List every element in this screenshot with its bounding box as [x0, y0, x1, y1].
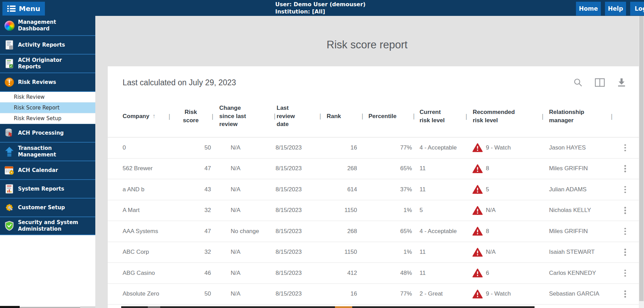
- column-header-company[interactable]: Company↑: [108, 112, 169, 121]
- cell-rank: 268: [320, 165, 362, 172]
- sidebar-subitem-risk-review[interactable]: Risk Review: [0, 92, 95, 103]
- download-button[interactable]: [617, 78, 626, 87]
- cell-last-review-date: 8/15/2023: [275, 144, 320, 151]
- search-button[interactable]: [573, 78, 583, 87]
- cell-last-review-date: 8/15/2023: [275, 186, 320, 193]
- warning-triangle-icon: [472, 289, 483, 299]
- cell-company: 562 Brewer: [108, 165, 169, 172]
- cell-relationship-manager: Sebastian GARCIA: [542, 290, 612, 297]
- row-menu-button[interactable]: [621, 142, 629, 154]
- sidebar-item-risk-reviews[interactable]: Risk Reviews: [0, 73, 95, 92]
- cell-risk-score: 43: [169, 186, 212, 193]
- cell-percentile: 1%: [362, 207, 414, 214]
- sidebar-scrollbar-corner: [80, 306, 95, 308]
- cell-relationship-manager: Nicholas KELLY: [542, 207, 612, 214]
- cell-risk-score: 32: [169, 207, 212, 214]
- cell-rank: 412: [320, 270, 362, 277]
- columns-button[interactable]: [595, 78, 605, 87]
- cell-recommended-risk-level: 5: [466, 185, 542, 194]
- cell-current-risk-level: 2 - Great: [414, 290, 466, 297]
- sort-ascending-icon: ↑: [152, 113, 155, 119]
- row-menu-button[interactable]: [621, 226, 629, 237]
- column-header-last-review-date[interactable]: Last review date: [275, 104, 320, 128]
- cell-relationship-manager: Isaiah STEWART: [542, 249, 612, 256]
- sidebar-item-customer-setup[interactable]: Customer Setup: [0, 199, 95, 217]
- sidebar-empty-area: [0, 235, 95, 308]
- cell-risk-score: 32: [169, 249, 212, 256]
- cell-last-review-date: 8/15/2023: [275, 165, 320, 172]
- cell-last-review-date: 8/15/2023: [275, 207, 320, 214]
- download-icon: [617, 78, 626, 87]
- cell-percentile: 37%: [362, 186, 414, 193]
- cell-last-review-date: 8/15/2023: [275, 228, 320, 235]
- shield-icon: [3, 221, 15, 231]
- row-menu-button[interactable]: [621, 247, 629, 258]
- cell-change: N/A: [212, 270, 275, 277]
- row-menu-button[interactable]: [621, 288, 629, 300]
- cell-risk-score: 50: [169, 290, 212, 297]
- warning-triangle-icon: [472, 185, 483, 194]
- cell-relationship-manager: Miles GRIFFIN: [542, 228, 612, 235]
- cell-change: No change: [212, 228, 275, 235]
- sidebar-item-management-dashboard[interactable]: Management Dashboard: [0, 16, 95, 36]
- cell-rank: 16: [320, 290, 362, 297]
- cell-last-review-date: 8/15/2023: [275, 290, 320, 297]
- sidebar-subitem-risk-score-report[interactable]: Risk Score Report: [0, 103, 95, 113]
- cell-rank: 16: [320, 144, 362, 151]
- table-toolbar: [573, 78, 626, 87]
- sidebar-item-activity-reports[interactable]: Activity Reports: [0, 36, 95, 55]
- cell-recommended-risk-level: 9 - Watch: [466, 143, 542, 152]
- cell-percentile: 65%: [362, 165, 414, 172]
- column-header-percentile[interactable]: Percentile: [362, 112, 414, 121]
- card-header: Last calculated on July 29, 2023: [108, 66, 639, 95]
- row-menu-button[interactable]: [621, 268, 629, 279]
- institution-line: Institution: [All]: [275, 8, 366, 15]
- page-title: Risk score report: [95, 39, 639, 51]
- menu-button[interactable]: Menu: [2, 2, 45, 16]
- cell-last-review-date: 8/15/2023: [275, 249, 320, 256]
- sidebar-item-transaction-management[interactable]: Transaction Management: [0, 143, 95, 161]
- table-row: 0 50 N/A 8/15/2023 16 77% 4 - Acceptable…: [108, 137, 639, 158]
- user-line: User: Demo User (demouser): [275, 1, 366, 8]
- cell-recommended-risk-level: 6: [466, 268, 542, 278]
- warning-triangle-icon: [472, 164, 483, 173]
- column-header-risk-score[interactable]: Risk score: [169, 108, 212, 125]
- column-header-change[interactable]: Change since last review: [212, 104, 275, 128]
- table-row: 562 Brewer 47 N/A 8/15/2023 268 65% 11 8…: [108, 158, 639, 180]
- home-button[interactable]: Home: [576, 2, 601, 16]
- sidebar-item-ach-processing[interactable]: ACH Processing: [0, 124, 95, 143]
- horizontal-scrollbar-track[interactable]: [20, 307, 80, 308]
- column-header-recommended-risk-level[interactable]: Recommended risk level: [466, 108, 542, 125]
- cell-current-risk-level: 11: [414, 186, 466, 193]
- column-header-relationship-manager[interactable]: Relationship manager: [542, 108, 612, 125]
- sidebar-item-system-reports[interactable]: System Reports: [0, 180, 95, 199]
- database-icon: [3, 128, 15, 138]
- cell-rank: 614: [320, 186, 362, 193]
- table-row: ABG Casino 46 N/A 8/15/2023 412 48% 11 6…: [108, 263, 639, 284]
- cell-change: N/A: [212, 144, 275, 151]
- vertical-scrollbar[interactable]: [639, 16, 644, 308]
- table-row: AAA Systems 47 No change 8/15/2023 268 6…: [108, 221, 639, 242]
- sidebar-item-security-administration[interactable]: Security and System Administration: [0, 217, 95, 235]
- cell-current-risk-level: 4 - Acceptable: [414, 228, 466, 235]
- warning-triangle-icon: [472, 143, 483, 152]
- row-menu-button[interactable]: [621, 163, 629, 174]
- row-menu-button[interactable]: [621, 184, 629, 195]
- help-button[interactable]: Help: [605, 2, 626, 16]
- column-header-current-risk-level[interactable]: Current risk level: [414, 108, 466, 125]
- sidebar-item-ach-calendar[interactable]: ACH Calendar: [0, 161, 95, 180]
- horizontal-scrollbar-thumb[interactable]: [0, 306, 20, 308]
- sidebar-item-ach-originator-reports[interactable]: ACH Originator Reports: [0, 55, 95, 73]
- sidebar-subitem-risk-review-setup[interactable]: Risk Review Setup: [0, 113, 95, 124]
- logout-button[interactable]: Logout: [630, 2, 644, 16]
- warning-triangle-icon: [472, 248, 483, 257]
- top-bar: Menu User: Demo User (demouser) Institut…: [0, 0, 644, 16]
- cell-relationship-manager: Miles GRIFFIN: [542, 165, 612, 172]
- gear-icon: [3, 202, 15, 213]
- column-header-rank[interactable]: Rank: [320, 112, 362, 121]
- cell-current-risk-level: 5: [414, 207, 466, 214]
- cell-current-risk-level: 11: [414, 165, 466, 172]
- row-menu-button[interactable]: [621, 205, 629, 216]
- vertical-scrollbar-thumb[interactable]: [639, 16, 644, 301]
- cell-change: N/A: [212, 290, 275, 297]
